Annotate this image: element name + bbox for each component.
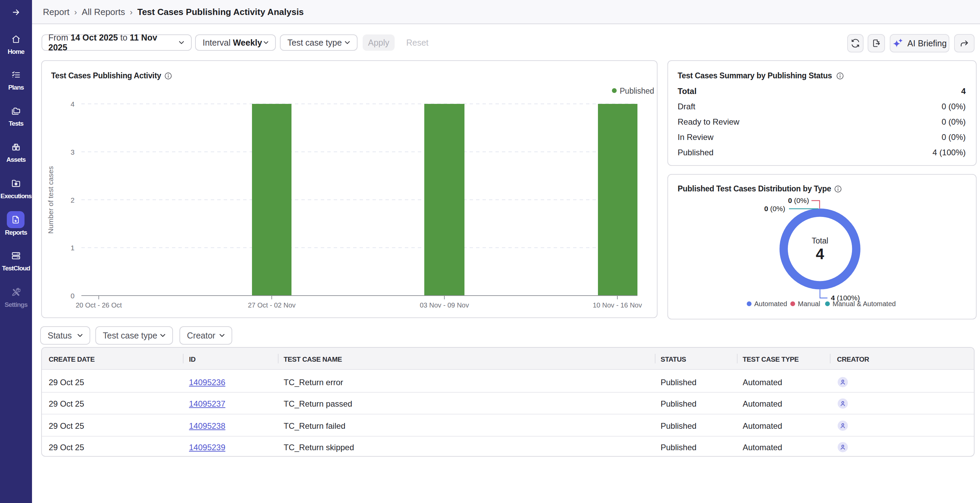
svg-text:0 (0%): 0 (0%) (764, 205, 785, 213)
svg-text:2: 2 (70, 196, 75, 204)
svg-text:0 (0%): 0 (0%) (788, 196, 809, 204)
svg-text:4: 4 (70, 100, 75, 108)
svg-text:Total: Total (812, 236, 829, 245)
svg-text:10 Nov - 16 Nov: 10 Nov - 16 Nov (593, 301, 642, 309)
svg-text:4: 4 (816, 245, 824, 262)
svg-text:3: 3 (70, 148, 75, 156)
svg-text:27 Oct - 02 Nov: 27 Oct - 02 Nov (248, 301, 296, 309)
svg-text:20 Oct - 26 Oct: 20 Oct - 26 Oct (76, 301, 122, 309)
svg-text:Manual & Automated: Manual & Automated (832, 300, 896, 307)
svg-text:0: 0 (70, 292, 75, 300)
svg-text:Manual: Manual (798, 300, 820, 307)
svg-text:Automated: Automated (754, 300, 787, 307)
svg-text:Number of test cases: Number of test cases (47, 166, 54, 234)
svg-text:03 Nov - 09 Nov: 03 Nov - 09 Nov (420, 301, 469, 309)
svg-text:1: 1 (70, 244, 75, 252)
